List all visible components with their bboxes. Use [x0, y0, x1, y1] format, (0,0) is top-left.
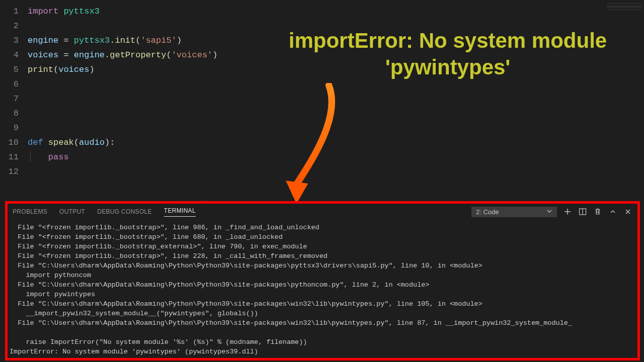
svg-marker-0 — [286, 180, 308, 204]
new-terminal-icon[interactable] — [563, 207, 572, 216]
panel-tabs: PROBLEMS OUTPUT DEBUG CONSOLE TERMINAL 2… — [8, 204, 637, 220]
terminal-output[interactable]: File "<frozen importlib._bootstrap>", li… — [8, 220, 637, 356]
chevron-down-icon — [546, 208, 552, 216]
tab-problems[interactable]: PROBLEMS — [13, 208, 47, 215]
minimap[interactable] — [607, 3, 642, 21]
code-editor[interactable]: 123456789101112 import pyttsx3 engine = … — [0, 0, 644, 179]
line-gutter: 123456789101112 — [0, 4, 28, 179]
trash-icon[interactable] — [593, 207, 602, 216]
terminal-selector[interactable]: 2: Code — [471, 207, 557, 217]
annotation-callout: importError: No system module 'pywintype… — [272, 28, 624, 80]
annotation-line2: 'pywintypes' — [272, 54, 624, 81]
tab-terminal[interactable]: TERMINAL — [164, 207, 196, 217]
tab-output[interactable]: OUTPUT — [59, 208, 85, 215]
close-icon[interactable] — [623, 207, 632, 216]
chevron-up-icon[interactable] — [608, 207, 617, 216]
tab-debug-console[interactable]: DEBUG CONSOLE — [97, 208, 152, 215]
bottom-panel: PROBLEMS OUTPUT DEBUG CONSOLE TERMINAL 2… — [5, 201, 640, 360]
split-terminal-icon[interactable] — [578, 207, 587, 216]
annotation-line1: importError: No system module — [272, 28, 624, 54]
terminal-selector-label: 2: Code — [476, 208, 499, 216]
